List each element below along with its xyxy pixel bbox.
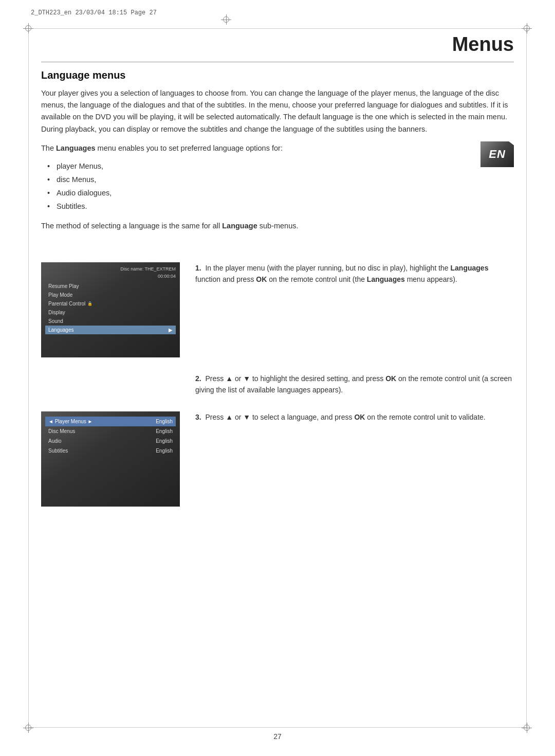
steps-area: Disc name: THE_EXTREM 00:00:04 Resume Pl… [41, 262, 514, 522]
page-number: 27 [273, 732, 282, 741]
dvd-menu-item-resume: Resume Play [45, 282, 176, 291]
list-item: disc Menus, [57, 173, 514, 186]
step-3-bold: OK [354, 413, 365, 421]
step-2-text: 2. Press ▲ or ▼ to highlight the desired… [195, 373, 514, 396]
step-1-number: 1. [195, 264, 201, 272]
header-meta: 2_DTH223_en 23/03/04 18:15 Page 27 [31, 9, 157, 16]
step-1-content: 1. In the player menu (with the player r… [195, 262, 514, 285]
step-1-image: Disc name: THE_EXTREM 00:00:04 Resume Pl… [41, 262, 180, 357]
step-1-post: on the remote control unit (the [267, 275, 367, 283]
border-left [28, 28, 29, 728]
step-2-pre: Press ▲ or ▼ to highlight the desired se… [205, 374, 385, 383]
step-1-bold3: Languages [367, 275, 405, 283]
dvd-menu-item-sound: Sound [45, 317, 176, 326]
lang-menu-mockup: ◄ Player Menus ► English Disc Menus Engl… [41, 411, 180, 507]
lang-menu-row-disc: Disc Menus English [45, 426, 176, 436]
step-1-pre: In the player menu (with the player runn… [205, 264, 450, 272]
dvd-menu-item-languages: Languages ▶ [45, 326, 176, 334]
dvd-menu-item-display: Display [45, 308, 176, 317]
content-area: Language menus Your player gives you a s… [41, 69, 514, 243]
submenus-pre: The method of selecting a language is th… [41, 222, 222, 230]
page-title: Menus [452, 33, 514, 56]
step-1-end: menu appears). [405, 275, 457, 283]
submenus-bold: Language [222, 222, 257, 230]
lang-menu-row-player: ◄ Player Menus ► English [45, 417, 176, 426]
step-2-number: 2. [195, 374, 201, 383]
border-right [526, 28, 527, 728]
list-item: Audio dialogues, [57, 186, 514, 200]
step-3-image: ◄ Player Menus ► English Disc Menus Engl… [41, 411, 180, 507]
dvd-time: 00:00:04 [45, 274, 176, 279]
title-underline [41, 62, 514, 62]
lang-menu-row-audio: Audio English [45, 436, 176, 446]
languages-bold: Languages [56, 144, 96, 152]
step-3-row: ◄ Player Menus ► English Disc Menus Engl… [41, 411, 514, 507]
step-2-bold: OK [385, 374, 396, 383]
intro-paragraph: Your player gives you a selection of lan… [41, 87, 514, 135]
step-2-content: 2. Press ▲ or ▼ to highlight the desired… [195, 373, 514, 396]
step-1-bold2: OK [256, 275, 267, 283]
step-3-text: 3. Press ▲ or ▼ to select a language, an… [195, 411, 514, 423]
step-1-text: 1. In the player menu (with the player r… [195, 262, 514, 285]
step-1-mid: function and press [195, 275, 256, 283]
dvd-disc-name: Disc name: THE_EXTREM [120, 266, 176, 272]
list-item: player Menus, [57, 159, 514, 173]
border-bottom [28, 727, 527, 728]
step-1-row: Disc name: THE_EXTREM 00:00:04 Resume Pl… [41, 262, 514, 357]
languages-intro-post: menu enables you to set preferred langua… [96, 144, 283, 152]
step-1-bold1: Languages [451, 264, 489, 272]
languages-intro: The Languages menu enables you to set pr… [41, 142, 514, 154]
step-2-spacer [41, 373, 180, 378]
step-3-pre: Press ▲ or ▼ to select a language, and p… [205, 413, 354, 421]
list-item: Subtitles. [57, 200, 514, 213]
step-3-content: 3. Press ▲ or ▼ to select a language, an… [195, 411, 514, 423]
section-title: Language menus [41, 69, 514, 81]
bullet-list: player Menus, disc Menus, Audio dialogue… [57, 159, 514, 213]
dvd-menu-mockup: Disc name: THE_EXTREM 00:00:04 Resume Pl… [41, 262, 180, 357]
dvd-menu-item-parental: Parental Control 🔒 [45, 299, 176, 308]
dvd-menu-header: Disc name: THE_EXTREM [45, 266, 176, 272]
step-3-number: 3. [195, 413, 201, 421]
languages-intro-pre: The [41, 144, 56, 152]
border-top [28, 28, 527, 29]
step-2-row: 2. Press ▲ or ▼ to highlight the desired… [41, 373, 514, 396]
submenus-text: The method of selecting a language is th… [41, 220, 514, 232]
dvd-menu-item-playmode: Play Mode [45, 291, 176, 299]
lang-menu-row-subtitles: Subtitles English [45, 446, 176, 456]
step-3-post: on the remote control unit to validate. [365, 413, 485, 421]
submenus-post: sub-menus. [257, 222, 299, 230]
